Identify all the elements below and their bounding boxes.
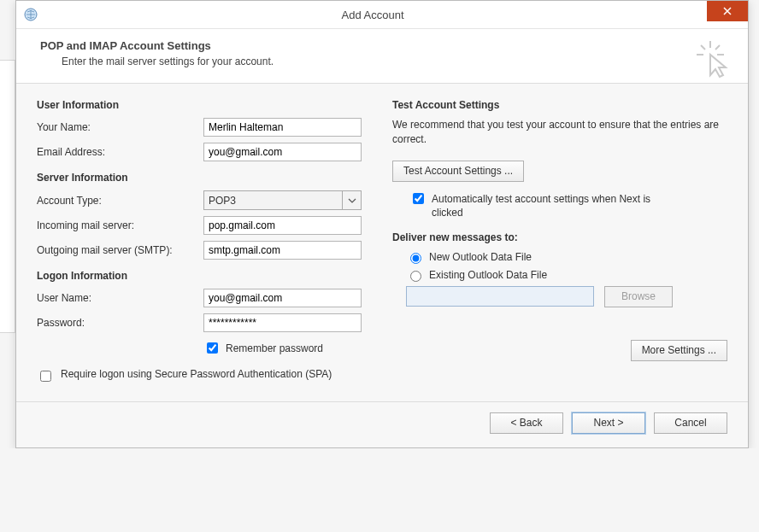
existing-file-input[interactable] (406, 286, 594, 307)
test-account-settings-button[interactable]: Test Account Settings ... (392, 161, 524, 182)
svg-line-5 (715, 45, 720, 50)
spa-label: Require logon using Secure Password Auth… (61, 368, 332, 380)
user-name-label: User Name: (37, 292, 203, 304)
deliver-existing-label: Existing Outlook Data File (429, 269, 547, 281)
outgoing-server-input[interactable] (203, 241, 362, 260)
outgoing-server-label: Outgoing mail server (SMTP): (37, 244, 203, 256)
cancel-button[interactable]: Cancel (654, 412, 727, 434)
background-left-panel (0, 60, 15, 333)
cursor-click-icon (691, 38, 733, 79)
email-address-input[interactable] (203, 143, 362, 161)
header-area: POP and IMAP Account Settings Enter the … (16, 29, 748, 84)
header-subtext: Enter the mail server settings for your … (62, 56, 731, 67)
next-button[interactable]: Next > (572, 412, 645, 434)
deliver-heading: Deliver new messages to: (392, 231, 727, 243)
user-name-input[interactable] (203, 289, 362, 307)
left-column: User Information Your Name: Email Addres… (37, 96, 372, 384)
incoming-server-input[interactable] (203, 216, 362, 235)
account-type-select[interactable]: POP3 (203, 190, 362, 210)
app-icon (23, 7, 38, 22)
auto-test-checkbox[interactable] (413, 193, 424, 204)
server-info-heading: Server Information (37, 172, 372, 184)
footer: < Back Next > Cancel (16, 401, 748, 447)
test-settings-text: We recommend that you test your account … (392, 118, 727, 147)
user-info-heading: User Information (37, 99, 372, 111)
browse-button[interactable]: Browse (604, 286, 673, 307)
header-heading: POP and IMAP Account Settings (40, 39, 731, 52)
spa-checkbox[interactable] (40, 371, 51, 382)
email-address-label: Email Address: (37, 146, 203, 158)
account-type-label: Account Type: (37, 195, 203, 207)
deliver-new-radio[interactable] (410, 253, 421, 264)
password-input[interactable] (203, 313, 362, 332)
remember-password-label: Remember password (226, 342, 323, 355)
deliver-existing-radio[interactable] (410, 271, 421, 282)
back-button[interactable]: < Back (490, 412, 563, 434)
deliver-new-label: New Outlook Data File (429, 251, 532, 263)
your-name-input[interactable] (203, 118, 362, 137)
window-title: Add Account (38, 9, 707, 21)
logon-info-heading: Logon Information (37, 270, 372, 282)
right-column: Test Account Settings We recommend that … (392, 96, 727, 384)
your-name-label: Your Name: (37, 121, 203, 133)
password-label: Password: (37, 317, 203, 329)
account-type-value: POP3 (209, 195, 236, 207)
incoming-server-label: Incoming mail server: (37, 219, 203, 231)
add-account-window: Add Account POP and IMAP Account Setting… (15, 0, 749, 448)
auto-test-label: Automatically test account settings when… (432, 192, 683, 219)
remember-password-checkbox[interactable] (207, 342, 218, 354)
more-settings-button[interactable]: More Settings ... (631, 340, 727, 361)
titlebar: Add Account (16, 1, 748, 29)
chevron-down-icon (342, 191, 361, 209)
close-button[interactable] (707, 1, 748, 21)
svg-line-4 (701, 45, 705, 50)
test-settings-heading: Test Account Settings (392, 99, 727, 111)
